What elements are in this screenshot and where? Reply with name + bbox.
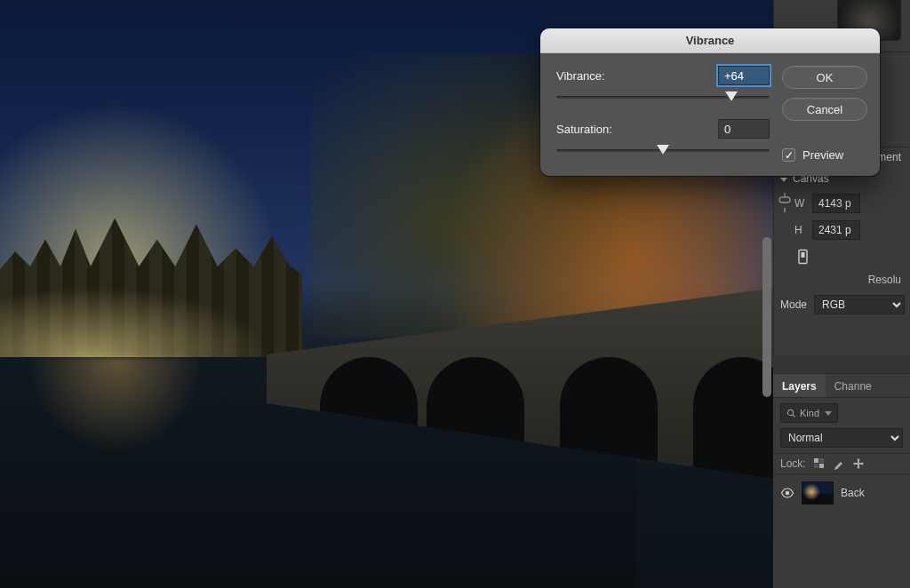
- color-mode-select[interactable]: RGB: [814, 295, 905, 314]
- layer-name[interactable]: Back: [841, 487, 865, 499]
- transparency-lock-icon[interactable]: [813, 457, 826, 470]
- vibrance-dialog: Vibrance Vibrance: Saturation:: [540, 28, 880, 176]
- vibrance-input[interactable]: [718, 66, 770, 85]
- svg-rect-7: [814, 464, 818, 468]
- svg-rect-6: [819, 458, 824, 463]
- mode-label: Mode: [780, 298, 807, 311]
- layer-thumbnail[interactable]: [802, 481, 834, 505]
- layers-panel-tabs: Layers Channe: [773, 373, 910, 398]
- canvas-width-input[interactable]: [812, 194, 860, 213]
- layer-lock-row: Lock:: [773, 453, 910, 474]
- photo-reflection: [27, 357, 204, 455]
- dialog-title: Vibrance: [540, 28, 880, 53]
- width-label: W: [794, 197, 807, 210]
- height-label: H: [794, 224, 807, 236]
- photo-castle: [0, 206, 302, 357]
- link-constrain-icon[interactable]: [778, 190, 791, 215]
- saturation-slider-thumb[interactable]: [657, 145, 669, 155]
- visibility-icon[interactable]: [780, 486, 794, 500]
- svg-rect-5: [819, 464, 824, 468]
- tab-layers[interactable]: Layers: [773, 374, 826, 397]
- cancel-button[interactable]: Cancel: [782, 98, 867, 121]
- svg-line-3: [793, 414, 795, 417]
- portrait-orientation-icon[interactable]: [796, 249, 812, 265]
- chevron-down-icon: [825, 411, 832, 416]
- saturation-label: Saturation:: [556, 123, 709, 136]
- svg-rect-4: [814, 458, 818, 463]
- vibrance-slider[interactable]: [556, 91, 770, 107]
- saturation-slider[interactable]: [556, 144, 770, 160]
- search-icon: [786, 409, 796, 418]
- svg-rect-1: [802, 252, 805, 258]
- chevron-down-icon: [780, 178, 787, 182]
- brush-lock-icon[interactable]: [833, 457, 845, 470]
- svg-point-8: [786, 491, 790, 496]
- ok-button[interactable]: OK: [782, 66, 867, 89]
- position-lock-icon[interactable]: [852, 457, 865, 470]
- preview-checkbox[interactable]: [782, 148, 795, 162]
- svg-point-2: [787, 409, 793, 415]
- lock-label: Lock:: [780, 457, 806, 470]
- layer-row-background[interactable]: Back: [773, 474, 910, 512]
- resolution-label: Resolu: [773, 268, 910, 290]
- tab-channels[interactable]: Channe: [826, 374, 881, 397]
- canvas-scroll-thumb[interactable]: [762, 237, 771, 397]
- layer-filter-kind[interactable]: Kind: [780, 403, 838, 423]
- layer-filter-kind-label: Kind: [800, 408, 819, 418]
- saturation-input[interactable]: [718, 119, 770, 139]
- blend-mode-select[interactable]: Normal: [780, 428, 903, 448]
- vibrance-label: Vibrance:: [556, 69, 709, 83]
- preview-label: Preview: [802, 148, 843, 162]
- vibrance-slider-thumb[interactable]: [725, 91, 738, 101]
- canvas-height-input[interactable]: [812, 220, 860, 240]
